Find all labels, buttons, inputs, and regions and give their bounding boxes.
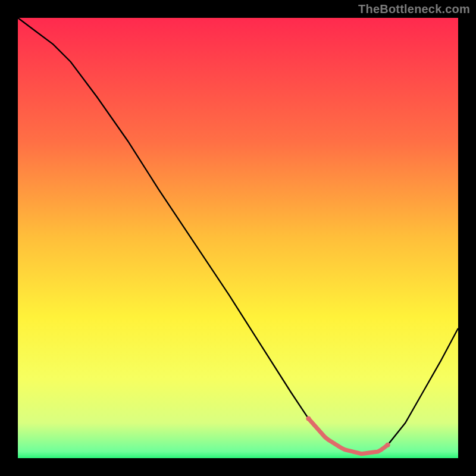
bottleneck-chart <box>0 0 476 476</box>
optimal-zone-end-marker <box>386 443 390 447</box>
watermark-text: TheBottleneck.com <box>358 2 470 16</box>
chart-container: { "watermark": "TheBottleneck.com", "cha… <box>0 0 476 476</box>
plot-background <box>18 18 458 458</box>
optimal-zone-start-marker <box>306 416 311 421</box>
